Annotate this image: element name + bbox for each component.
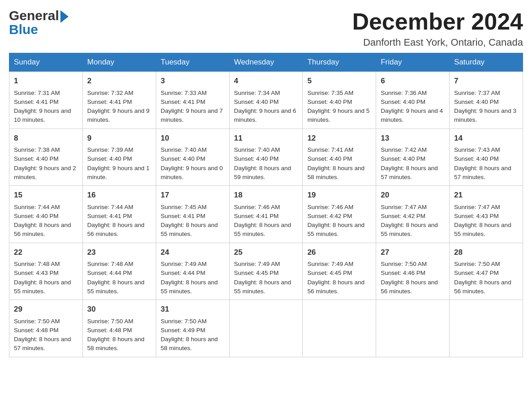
sunset-label: Sunset: 4:45 PM <box>234 270 279 276</box>
day-number: 17 <box>161 189 225 201</box>
day-number: 15 <box>14 189 78 201</box>
table-row: 18 Sunrise: 7:46 AM Sunset: 4:41 PM Dayl… <box>229 186 303 243</box>
table-row: 26 Sunrise: 7:49 AM Sunset: 4:45 PM Dayl… <box>303 243 376 300</box>
sunset-label: Sunset: 4:41 PM <box>234 213 279 219</box>
sunset-label: Sunset: 4:40 PM <box>14 213 59 219</box>
sunset-label: Sunset: 4:40 PM <box>234 98 279 105</box>
day-number: 10 <box>161 133 225 144</box>
day-number: 23 <box>87 247 151 258</box>
day-number: 12 <box>307 133 371 144</box>
logo-general-text: General <box>9 8 59 23</box>
sunset-label: Sunset: 4:40 PM <box>87 155 132 162</box>
sunrise-label: Sunrise: 7:32 AM <box>87 90 133 96</box>
daylight-label: Daylight: 9 hours and 5 minutes. <box>307 107 369 123</box>
table-row: 30 Sunrise: 7:50 AM Sunset: 4:48 PM Dayl… <box>82 300 156 357</box>
logo: General Blue <box>9 9 69 36</box>
table-row: 27 Sunrise: 7:50 AM Sunset: 4:46 PM Dayl… <box>376 243 450 300</box>
day-number: 21 <box>454 189 518 201</box>
day-number: 22 <box>14 247 78 258</box>
table-row <box>376 300 450 357</box>
day-number: 26 <box>307 247 371 258</box>
sunrise-label: Sunrise: 7:41 AM <box>307 146 353 153</box>
sunrise-label: Sunrise: 7:50 AM <box>381 261 427 267</box>
table-row: 28 Sunrise: 7:50 AM Sunset: 4:47 PM Dayl… <box>450 243 523 300</box>
day-number: 31 <box>161 304 225 315</box>
sunset-label: Sunset: 4:44 PM <box>161 270 206 276</box>
sunset-label: Sunset: 4:41 PM <box>87 98 132 105</box>
daylight-label: Daylight: 9 hours and 1 minute. <box>87 165 150 180</box>
sunset-label: Sunset: 4:45 PM <box>307 270 352 276</box>
table-row: 17 Sunrise: 7:45 AM Sunset: 4:41 PM Dayl… <box>156 186 229 243</box>
sunset-label: Sunset: 4:41 PM <box>87 213 132 219</box>
sunrise-label: Sunrise: 7:33 AM <box>161 90 207 96</box>
col-monday: Monday <box>82 53 156 72</box>
daylight-label: Daylight: 9 hours and 9 minutes. <box>87 107 150 123</box>
col-friday: Friday <box>376 53 450 72</box>
logo-line1: General <box>9 9 69 23</box>
sunset-label: Sunset: 4:49 PM <box>161 327 206 334</box>
sunrise-label: Sunrise: 7:47 AM <box>454 204 500 210</box>
table-row <box>450 300 523 357</box>
calendar-week-1: 1 Sunrise: 7:31 AM Sunset: 4:41 PM Dayli… <box>9 72 523 129</box>
table-row: 13 Sunrise: 7:42 AM Sunset: 4:40 PM Dayl… <box>376 128 450 186</box>
sunset-label: Sunset: 4:41 PM <box>161 98 206 105</box>
title-section: December 2024 Danforth East York, Ontari… <box>352 9 523 48</box>
sunrise-label: Sunrise: 7:50 AM <box>14 318 60 325</box>
table-row: 14 Sunrise: 7:43 AM Sunset: 4:40 PM Dayl… <box>450 128 523 186</box>
day-number: 7 <box>454 75 518 87</box>
sunrise-label: Sunrise: 7:36 AM <box>381 90 427 96</box>
day-number: 25 <box>234 247 298 258</box>
sunrise-label: Sunrise: 7:48 AM <box>87 261 133 267</box>
table-row: 10 Sunrise: 7:40 AM Sunset: 4:40 PM Dayl… <box>156 128 229 186</box>
daylight-label: Daylight: 8 hours and 59 minutes. <box>234 165 292 180</box>
day-number: 14 <box>454 133 518 144</box>
sunrise-label: Sunrise: 7:37 AM <box>454 90 500 96</box>
sunset-label: Sunset: 4:48 PM <box>14 327 59 334</box>
sunset-label: Sunset: 4:40 PM <box>454 98 499 105</box>
sunset-label: Sunset: 4:40 PM <box>234 155 279 162</box>
table-row <box>303 300 376 357</box>
daylight-label: Daylight: 9 hours and 7 minutes. <box>161 107 223 123</box>
sunset-label: Sunset: 4:43 PM <box>454 213 499 219</box>
sunset-label: Sunset: 4:46 PM <box>381 270 425 276</box>
calendar-table: Sunday Monday Tuesday Wednesday Thursday… <box>9 53 523 357</box>
sunrise-label: Sunrise: 7:35 AM <box>307 90 353 96</box>
day-number: 13 <box>381 133 445 144</box>
sunset-label: Sunset: 4:40 PM <box>454 155 499 162</box>
daylight-label: Daylight: 8 hours and 57 minutes. <box>454 165 511 180</box>
daylight-label: Daylight: 8 hours and 55 minutes. <box>381 222 438 237</box>
daylight-label: Daylight: 8 hours and 57 minutes. <box>14 336 71 351</box>
table-row: 1 Sunrise: 7:31 AM Sunset: 4:41 PM Dayli… <box>9 72 83 129</box>
daylight-label: Daylight: 8 hours and 55 minutes. <box>161 222 218 237</box>
sunrise-label: Sunrise: 7:49 AM <box>161 261 207 267</box>
sunset-label: Sunset: 4:40 PM <box>381 155 425 162</box>
daylight-label: Daylight: 8 hours and 58 minutes. <box>161 336 218 351</box>
calendar-week-3: 15 Sunrise: 7:44 AM Sunset: 4:40 PM Dayl… <box>9 186 523 243</box>
sunrise-label: Sunrise: 7:40 AM <box>161 146 207 153</box>
sunrise-label: Sunrise: 7:42 AM <box>381 146 427 153</box>
day-number: 5 <box>307 75 371 87</box>
daylight-label: Daylight: 8 hours and 56 minutes. <box>87 222 145 237</box>
day-number: 30 <box>87 304 151 315</box>
daylight-label: Daylight: 8 hours and 55 minutes. <box>307 222 365 237</box>
daylight-label: Daylight: 9 hours and 3 minutes. <box>454 107 516 123</box>
day-number: 16 <box>87 189 151 201</box>
table-row: 6 Sunrise: 7:36 AM Sunset: 4:40 PM Dayli… <box>376 72 450 129</box>
daylight-label: Daylight: 9 hours and 6 minutes. <box>234 107 296 123</box>
table-row: 19 Sunrise: 7:46 AM Sunset: 4:42 PM Dayl… <box>303 186 376 243</box>
calendar-week-2: 8 Sunrise: 7:38 AM Sunset: 4:40 PM Dayli… <box>9 128 523 186</box>
col-thursday: Thursday <box>303 53 376 72</box>
day-number: 8 <box>14 133 78 144</box>
daylight-label: Daylight: 9 hours and 10 minutes. <box>14 107 71 123</box>
sunset-label: Sunset: 4:40 PM <box>307 98 352 105</box>
table-row: 7 Sunrise: 7:37 AM Sunset: 4:40 PM Dayli… <box>450 72 523 129</box>
daylight-label: Daylight: 8 hours and 55 minutes. <box>234 279 292 295</box>
sunrise-label: Sunrise: 7:50 AM <box>87 318 133 325</box>
day-number: 1 <box>14 75 78 87</box>
sunrise-label: Sunrise: 7:47 AM <box>381 204 427 210</box>
sunset-label: Sunset: 4:40 PM <box>161 155 206 162</box>
sunrise-label: Sunrise: 7:49 AM <box>234 261 280 267</box>
table-row: 8 Sunrise: 7:38 AM Sunset: 4:40 PM Dayli… <box>9 128 83 186</box>
day-number: 18 <box>234 189 298 201</box>
day-number: 9 <box>87 133 151 144</box>
